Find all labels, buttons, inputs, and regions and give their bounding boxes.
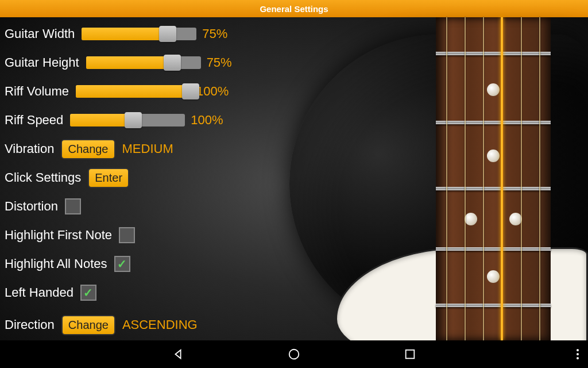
slider-guitar-height[interactable]	[86, 56, 201, 69]
setting-vibration: Vibration Change MEDIUM	[5, 138, 583, 160]
value-vibration: MEDIUM	[122, 141, 173, 156]
change-vibration-button[interactable]: Change	[61, 139, 115, 159]
setting-guitar-height: Guitar Height 75%	[5, 52, 583, 74]
setting-highlight-first-note: Highlight First Note	[5, 224, 583, 246]
value-riff-volume: 100%	[196, 84, 229, 99]
label-highlight-first-note: Highlight First Note	[5, 228, 112, 243]
setting-riff-volume: Riff Volume 100%	[5, 80, 583, 102]
setting-left-handed: Left Handed	[5, 282, 583, 304]
label-click-settings: Click Settings	[5, 170, 81, 185]
value-guitar-height: 75%	[207, 55, 232, 70]
enter-click-settings-button[interactable]: Enter	[88, 168, 129, 188]
checkbox-left-handed[interactable]	[80, 285, 96, 301]
back-icon[interactable]	[172, 348, 184, 361]
header-bar: General Settings	[0, 0, 588, 17]
setting-riff-speed: Riff Speed 100%	[5, 109, 583, 131]
slider-guitar-width[interactable]	[82, 28, 196, 40]
change-direction-button[interactable]: Change	[61, 315, 115, 335]
label-riff-speed: Riff Speed	[5, 113, 63, 128]
setting-guitar-width: Guitar Width 75%	[5, 23, 583, 45]
value-direction: ASCENDING	[122, 317, 198, 332]
label-riff-volume: Riff Volume	[5, 84, 69, 99]
checkbox-distortion[interactable]	[65, 198, 81, 214]
label-left-handed: Left Handed	[5, 285, 74, 300]
settings-panel: Guitar Width 75% Guitar Height 75% Riff …	[0, 17, 588, 340]
label-guitar-width: Guitar Width	[5, 26, 75, 41]
slider-riff-volume[interactable]	[76, 85, 191, 98]
label-distortion: Distortion	[5, 199, 58, 214]
setting-click: Click Settings Enter	[5, 167, 583, 189]
recents-icon[interactable]	[404, 348, 416, 361]
android-navbar	[0, 340, 588, 368]
label-vibration: Vibration	[5, 141, 54, 156]
slider-riff-speed[interactable]	[70, 114, 185, 126]
label-guitar-height: Guitar Height	[5, 55, 79, 70]
svg-point-0	[289, 350, 299, 359]
svg-rect-1	[406, 350, 415, 359]
label-direction: Direction	[5, 317, 55, 332]
page-title: General Settings	[260, 4, 328, 14]
checkbox-highlight-first-note[interactable]	[119, 227, 135, 243]
checkbox-highlight-all-notes[interactable]	[114, 256, 130, 272]
value-guitar-width: 75%	[202, 26, 227, 41]
setting-distortion: Distortion	[5, 195, 583, 217]
label-highlight-all-notes: Highlight All Notes	[5, 256, 107, 271]
overflow-menu-icon[interactable]	[577, 349, 579, 359]
value-riff-speed: 100%	[191, 113, 223, 128]
setting-direction: Direction Change ASCENDING	[5, 314, 583, 336]
setting-highlight-all-notes: Highlight All Notes	[5, 253, 583, 275]
home-icon[interactable]	[288, 348, 300, 361]
